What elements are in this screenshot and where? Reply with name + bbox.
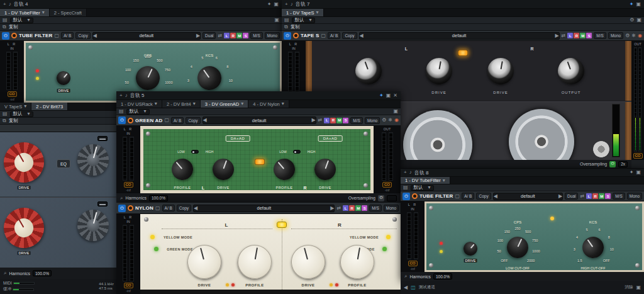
oversampling-power-button[interactable]: ⏻ bbox=[609, 161, 616, 167]
freeze-icon[interactable]: ❄ bbox=[388, 118, 392, 123]
green-mode-led[interactable] bbox=[382, 247, 387, 251]
monitor-icon[interactable]: ◫ bbox=[411, 285, 416, 290]
copy-button[interactable]: Copy bbox=[75, 32, 90, 39]
preset-select[interactable]: 默认 ▾ bbox=[292, 18, 315, 23]
ms-button[interactable]: M/S bbox=[250, 32, 263, 39]
dock-icon[interactable]: ▣ bbox=[393, 109, 398, 114]
low-high-toggle-r[interactable] bbox=[293, 150, 301, 154]
next-preset-icon[interactable]: ▶ bbox=[196, 33, 200, 38]
channel-buttons[interactable]: LRMS bbox=[324, 118, 348, 123]
green-mode-led[interactable] bbox=[154, 247, 158, 251]
channel-r-button[interactable]: R bbox=[349, 205, 355, 211]
clear-button[interactable]: 消除 bbox=[625, 285, 633, 290]
ab-button[interactable]: A/ B bbox=[162, 205, 175, 212]
routing-icon[interactable]: ⇄ bbox=[562, 33, 566, 38]
tab-tapes[interactable]: V TapeS ▾ bbox=[0, 103, 31, 110]
channel-m-button[interactable]: M bbox=[236, 33, 242, 38]
profile-knob-l[interactable] bbox=[167, 154, 197, 184]
gear-icon[interactable]: ⚙ bbox=[382, 118, 386, 123]
ab-button[interactable]: A/ B bbox=[171, 117, 184, 124]
switch-1[interactable] bbox=[97, 136, 108, 141]
mono-button[interactable]: Mono bbox=[384, 205, 399, 212]
channel-link-button[interactable]: CO bbox=[633, 153, 643, 159]
pin-icon[interactable]: ✦ bbox=[630, 2, 634, 7]
menu-icon[interactable]: ▤ bbox=[3, 111, 8, 116]
drive-knob-l[interactable] bbox=[209, 155, 237, 183]
drive-knob-2[interactable] bbox=[0, 200, 52, 255]
channel-l-button[interactable]: L bbox=[324, 118, 330, 123]
copy-button[interactable]: Copy bbox=[476, 193, 491, 200]
menu-icon[interactable]: ▤ bbox=[119, 109, 124, 114]
dock-icon[interactable]: ▣ bbox=[274, 18, 279, 23]
add-tab-icon[interactable]: + bbox=[3, 2, 6, 7]
ms-button[interactable]: M/S bbox=[613, 193, 625, 200]
tab-nylon[interactable]: 4 - DV Nylon ▾ bbox=[248, 100, 289, 108]
search-icon[interactable]: ⌕ bbox=[4, 271, 6, 276]
oversampling-power-button[interactable]: ⏻ bbox=[378, 195, 384, 201]
switch-2[interactable] bbox=[97, 201, 108, 206]
copy-icon[interactable]: ⧉ bbox=[3, 25, 6, 30]
channel-link-lamp[interactable] bbox=[255, 159, 265, 165]
next-preset-icon[interactable]: ▶ bbox=[311, 118, 315, 123]
test-channel-button[interactable]: 测试通道 bbox=[419, 285, 435, 290]
profile-knob-r[interactable] bbox=[269, 154, 299, 184]
window-icon[interactable]: ▢ bbox=[55, 33, 60, 38]
tab-brit73[interactable]: 2 - DV Brit73 bbox=[31, 103, 68, 110]
harmonics-value[interactable]: 100.0% bbox=[433, 273, 452, 280]
oversampling-value[interactable] bbox=[387, 195, 397, 201]
channel-m-button[interactable]: M bbox=[355, 205, 361, 211]
dock-icon[interactable]: ▣ bbox=[636, 285, 641, 290]
pin-icon[interactable]: ✦ bbox=[267, 2, 272, 7]
tab-brit4[interactable]: 2 - DV Brit4 ▾ bbox=[162, 100, 201, 108]
preset-nav[interactable]: ◀ default ▶ bbox=[92, 32, 201, 40]
titlebar[interactable]: + ♪ 音轨 7 ✦ ▣ bbox=[282, 0, 644, 9]
preset-select[interactable]: 默认 ▾ bbox=[411, 185, 434, 191]
channel-m-button[interactable]: M bbox=[336, 118, 342, 123]
tab-speccraft[interactable]: 2 - SpecCraft bbox=[50, 9, 87, 16]
profile-knob-l[interactable] bbox=[235, 242, 275, 282]
preset-select[interactable]: 默认 ▾ bbox=[10, 18, 33, 23]
channel-r-button[interactable]: R bbox=[230, 33, 236, 38]
mono-button[interactable]: Mono bbox=[265, 32, 280, 39]
channel-r-button[interactable]: R bbox=[574, 33, 579, 38]
power-button[interactable]: ⏻ bbox=[402, 193, 410, 200]
channel-buttons[interactable]: LRMS bbox=[567, 33, 592, 38]
channel-r-button[interactable]: R bbox=[592, 193, 598, 199]
preset-select[interactable]: 默认 ▾ bbox=[126, 109, 150, 115]
channel-s-button[interactable]: S bbox=[586, 33, 592, 38]
dual-button[interactable]: Dual bbox=[203, 32, 216, 39]
tab-usrack[interactable]: 1 - DV USRack ▾ bbox=[116, 100, 162, 108]
add-tab-icon[interactable]: + bbox=[404, 170, 407, 175]
dock-icon[interactable]: ▣ bbox=[636, 18, 641, 23]
channel-m-button[interactable]: M bbox=[580, 33, 586, 38]
eq-badge[interactable]: EQ bbox=[57, 159, 70, 168]
channel-s-button[interactable]: S bbox=[605, 193, 611, 199]
channel-s-button[interactable]: S bbox=[243, 33, 248, 38]
next-preset-icon[interactable]: ▶ bbox=[330, 206, 334, 211]
copy-button[interactable]: Copy bbox=[177, 205, 191, 212]
search-icon[interactable]: ⌕ bbox=[120, 196, 123, 201]
preset-nav[interactable]: ◀ default ▶ bbox=[359, 32, 560, 40]
tab-tubefilter[interactable]: 1 - DV TubeFilter ▾ bbox=[401, 177, 450, 184]
dock-icon[interactable]: ▣ bbox=[636, 2, 641, 7]
preset-nav[interactable]: ◀ default ▶ bbox=[203, 116, 316, 124]
close-icon[interactable]: ✕ bbox=[393, 93, 397, 98]
tab-greenad[interactable]: 3 - DV GreenAD ▾ bbox=[201, 100, 249, 108]
channel-m-button[interactable]: M bbox=[599, 193, 604, 199]
power-button[interactable]: ⏻ bbox=[118, 205, 126, 212]
mono-button[interactable]: Mono bbox=[365, 117, 380, 124]
gear-icon[interactable]: ⚙ bbox=[630, 18, 634, 23]
pin-icon[interactable]: ✦ bbox=[630, 170, 634, 175]
yellow-mode-led[interactable] bbox=[386, 235, 391, 239]
eq-knob-2[interactable] bbox=[74, 206, 112, 244]
channel-l-button[interactable]: L bbox=[343, 205, 348, 211]
titlebar[interactable]: + ♪ 音轨 4 ✦ ▣ bbox=[0, 0, 282, 9]
drive-knob-r[interactable] bbox=[287, 241, 329, 283]
titlebar[interactable]: + ♪ 音轨 8 ✦ ▣ bbox=[401, 169, 644, 177]
copy-button[interactable]: Copy bbox=[186, 117, 200, 124]
copy-icon[interactable]: ⧉ bbox=[3, 118, 6, 123]
channel-s-button[interactable]: S bbox=[343, 118, 348, 123]
copy-icon[interactable]: ⧉ bbox=[284, 25, 288, 30]
copy-button[interactable]: 复制 bbox=[9, 118, 18, 124]
routing-icon[interactable]: ⇄ bbox=[318, 118, 323, 123]
